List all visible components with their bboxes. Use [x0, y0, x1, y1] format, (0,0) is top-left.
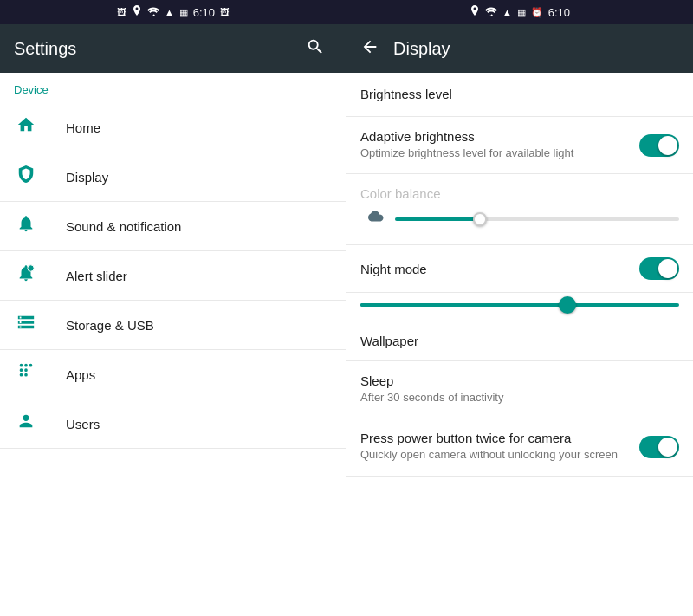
sidebar-item-alert[interactable]: Alert slider: [0, 251, 346, 301]
power-camera-toggle-thumb: [658, 438, 677, 457]
sim-icon-right: ▦: [517, 7, 526, 18]
color-balance-item[interactable]: Color balance: [346, 174, 693, 245]
main-container: Settings Device Home Display Sound & not…: [0, 24, 693, 616]
sleep-subtitle: After 30 seconds of inactivity: [360, 390, 679, 405]
status-bar-right: ▲ ▦ ⏰ 6:10: [346, 5, 693, 19]
wallpaper-title: Wallpaper: [360, 334, 679, 348]
settings-header: Settings: [0, 24, 346, 73]
sleep-text: Sleep After 30 seconds of inactivity: [360, 373, 679, 405]
night-mode-title: Night mode: [360, 262, 639, 276]
adaptive-brightness-title: Adaptive brightness: [360, 129, 639, 144]
display-icon: [14, 165, 38, 189]
color-balance-slider-thumb: [473, 212, 487, 226]
display-header: Display: [346, 24, 693, 73]
settings-list: Brightness level Adaptive brightness Opt…: [346, 73, 693, 616]
device-section-label: Device: [0, 73, 346, 103]
sidebar-item-apps[interactable]: Apps: [0, 350, 346, 399]
users-icon: [14, 412, 38, 436]
color-balance-slider-fill: [395, 217, 480, 221]
sidebar-item-display-label: Display: [66, 170, 108, 185]
wifi-icon-right: [485, 7, 497, 18]
night-mode-slider-fill: [360, 303, 567, 307]
cloud-icon: [360, 208, 385, 230]
wifi-icon-left: [147, 7, 159, 18]
signal-icon-right: ▲: [502, 7, 512, 17]
sidebar-item-apps-label: Apps: [66, 367, 95, 382]
sidebar-item-users-label: Users: [66, 417, 100, 431]
location-icon-left: [132, 5, 142, 19]
back-button[interactable]: [360, 37, 379, 61]
night-mode-toggle-thumb: [658, 259, 677, 278]
status-bar-left: 🖼 ▲ ▦ 6:10 🖼: [0, 5, 346, 19]
adaptive-brightness-item[interactable]: Adaptive brightness Optimize brightness …: [346, 117, 693, 174]
night-mode-text: Night mode: [360, 262, 639, 276]
sidebar-item-storage[interactable]: Storage & USB: [0, 301, 346, 350]
status-time-right: 6:10: [548, 6, 570, 19]
brightness-level-label: Brightness level: [360, 87, 452, 101]
night-mode-item[interactable]: Night mode: [346, 245, 693, 293]
status-bar: 🖼 ▲ ▦ 6:10 🖼 ▲ ▦ ⏰ 6:10: [0, 0, 693, 24]
wallpaper-item[interactable]: Wallpaper: [346, 321, 693, 361]
sidebar-item-users[interactable]: Users: [0, 399, 346, 449]
power-camera-title: Press power button twice for camera: [360, 431, 639, 445]
color-balance-row: [360, 208, 679, 230]
power-camera-text: Press power button twice for camera Quic…: [360, 431, 639, 463]
power-camera-subtitle: Quickly open camera without unlocking yo…: [360, 447, 639, 463]
color-balance-slider[interactable]: [395, 217, 679, 221]
alert-bell-icon: [14, 263, 38, 288]
apps-icon: [14, 362, 38, 386]
location-icon-right: [470, 5, 480, 19]
night-mode-toggle[interactable]: [639, 257, 679, 280]
sidebar-item-storage-label: Storage & USB: [66, 318, 154, 333]
adaptive-brightness-subtitle: Optimize brightness level for available …: [360, 146, 639, 161]
screenshot-icon-left: 🖼: [117, 7, 126, 17]
home-icon: [14, 115, 38, 139]
brightness-level-item[interactable]: Brightness level: [346, 73, 693, 117]
right-panel: Display Brightness level Adaptive bright…: [346, 24, 693, 616]
sidebar-item-sound[interactable]: Sound & notification: [0, 202, 346, 251]
sim-icon-left: ▦: [179, 7, 188, 18]
night-mode-slider-thumb: [559, 296, 576, 314]
left-panel: Settings Device Home Display Sound & not…: [0, 24, 346, 616]
sidebar-item-sound-label: Sound & notification: [66, 219, 181, 234]
power-camera-toggle[interactable]: [639, 436, 679, 458]
night-mode-slider[interactable]: [360, 303, 679, 307]
sidebar-item-home[interactable]: Home: [0, 103, 346, 152]
alarm-icon-right: ⏰: [531, 7, 543, 18]
sleep-item[interactable]: Sleep After 30 seconds of inactivity: [346, 361, 693, 418]
sidebar-item-display[interactable]: Display: [0, 152, 346, 202]
adaptive-brightness-text: Adaptive brightness Optimize brightness …: [360, 129, 639, 161]
search-button[interactable]: [299, 30, 332, 68]
bell-icon: [14, 214, 38, 238]
settings-title: Settings: [14, 39, 76, 59]
media-icon-left: 🖼: [220, 7, 230, 17]
adaptive-brightness-toggle[interactable]: [639, 134, 679, 157]
adaptive-brightness-toggle-thumb: [658, 136, 677, 155]
color-balance-title: Color balance: [360, 186, 679, 201]
sleep-title: Sleep: [360, 373, 679, 388]
status-time-left: 6:10: [193, 6, 215, 19]
display-title: Display: [393, 39, 450, 59]
night-mode-slider-item[interactable]: [346, 293, 693, 321]
svg-point-0: [28, 265, 34, 271]
storage-icon: [14, 313, 38, 337]
wallpaper-text: Wallpaper: [360, 334, 679, 348]
power-camera-item[interactable]: Press power button twice for camera Quic…: [346, 418, 693, 476]
sidebar-item-alert-label: Alert slider: [66, 269, 127, 283]
signal-icon-left: ▲: [165, 7, 174, 17]
sidebar-item-home-label: Home: [66, 120, 100, 135]
